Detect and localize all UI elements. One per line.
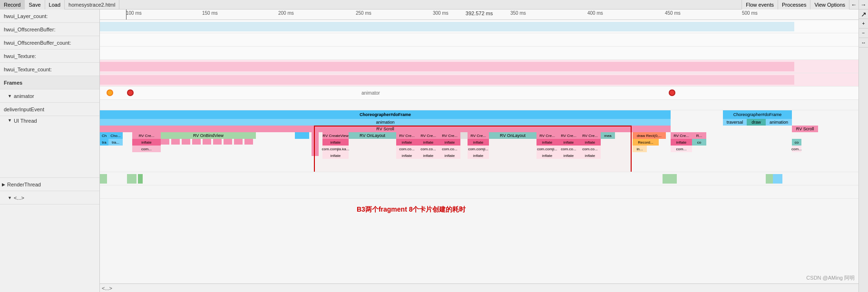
bar-com-2[interactable]: com.co...	[396, 146, 418, 152]
bar-inflate-8b[interactable]: inflate	[579, 152, 601, 159]
bar-com-far-right[interactable]: com...	[792, 146, 801, 152]
traversal-right-label: traversal	[727, 120, 743, 125]
left-row-render-thread[interactable]: ▶ RenderThread	[0, 178, 99, 191]
bar-rv-create-6[interactable]: RV Cre...	[536, 132, 558, 139]
rv-scroll-right-label: RV Scroll	[796, 127, 814, 131]
bar-inflate-1b[interactable]: inflate	[322, 152, 349, 159]
bar-rv-onlayout-2[interactable]: RV OnLayout	[489, 132, 536, 139]
bar-draw-right[interactable]: draw	[747, 119, 766, 126]
bar-rv-onlayout-1[interactable]: RV OnLayout	[349, 132, 396, 139]
view-options-button[interactable]: View Options	[810, 0, 849, 10]
save-button[interactable]: Save	[25, 0, 45, 10]
annotation-text: B3两个fragment 8个卡片创建的耗时	[357, 205, 466, 214]
bar-com-4[interactable]: com.co...	[439, 146, 460, 152]
animator-label: animator	[14, 93, 34, 99]
left-row-deliver-input: deliverInputEvent	[0, 103, 99, 116]
record-button[interactable]: Record	[0, 0, 25, 10]
bar-inflate-far[interactable]: inflate	[671, 139, 692, 146]
bar-inflate-5b[interactable]: inflate	[468, 152, 489, 159]
load-button[interactable]: Load	[45, 0, 65, 10]
bar-inflate-1[interactable]: inflate	[322, 139, 349, 146]
ruler-tick-300: 300 ms	[433, 10, 449, 16]
bar-com-6[interactable]: com.comji...	[536, 146, 558, 152]
bar-com-far[interactable]: com...	[671, 146, 692, 152]
bar-tra-small[interactable]: tra	[100, 139, 108, 146]
dots-expand-icon[interactable]: ▼	[8, 195, 12, 200]
track-frames: animator	[100, 87, 858, 100]
bar-inflate-2b[interactable]: inflate	[396, 152, 418, 159]
bar-rv-create-3[interactable]: RV Cre...	[418, 132, 439, 139]
left-row-ui-thread[interactable]: ▼ UI Thread	[0, 116, 99, 178]
render-thread-expand-icon[interactable]: ▶	[2, 182, 5, 187]
bar-in[interactable]: in...	[633, 146, 647, 152]
bar-inflate-4[interactable]: inflate	[439, 139, 460, 146]
bar-rv-create-5[interactable]: RV Cre...	[468, 132, 489, 139]
bar-draw-rect[interactable]: draw Rect(0,...	[633, 132, 666, 139]
left-row-hwui-offscreen: hwui_OffscreenBuffer:	[0, 23, 99, 36]
nav-back-button[interactable]: ←	[849, 0, 858, 10]
bar-rv-create-8[interactable]: RV Cre...	[579, 132, 601, 139]
track-ui-thread[interactable]: Choreographer#doFrame Choreographer#doFr…	[100, 110, 858, 172]
bar-inflate-3b[interactable]: inflate	[418, 152, 439, 159]
bar-com-left[interactable]: com...	[132, 146, 161, 152]
bar-com-7[interactable]: com.co...	[558, 146, 579, 152]
frame-dot-1	[107, 89, 113, 96]
bar-rv-r[interactable]: R...	[692, 132, 706, 139]
left-row-dots[interactable]: ▼ <...>	[0, 191, 99, 204]
fit-button[interactable]: ↔	[859, 38, 868, 48]
bar-animation[interactable]: animation	[100, 119, 671, 126]
ui-thread-expand-icon[interactable]: ▼	[8, 118, 12, 123]
left-row-animator[interactable]: ▼ animator	[0, 89, 99, 103]
bar-animation-right[interactable]: animation	[766, 119, 792, 126]
cursor-icon[interactable]: ↗	[859, 10, 868, 19]
bar-com-5[interactable]: com.comji...	[468, 146, 489, 152]
bar-rv-create-left[interactable]: RV Cre...	[132, 132, 161, 139]
bar-inflate-6b[interactable]: inflate	[536, 152, 558, 159]
bar-co-right[interactable]: co	[792, 139, 801, 146]
nav-forward-button[interactable]: →	[858, 0, 868, 10]
bar-green-area	[295, 132, 309, 139]
bar-inflate-4b[interactable]: inflate	[439, 152, 460, 159]
bar-inflate-6[interactable]: inflate	[536, 139, 558, 146]
bar-com-8[interactable]: com.co...	[579, 146, 601, 152]
choreographer-label: Choreographer#doFrame	[360, 112, 411, 117]
tracks-container[interactable]: animator Choreographer#doFrame Choreogra…	[100, 20, 858, 283]
bar-inflate-3[interactable]: inflate	[418, 139, 439, 146]
bar-choreographer[interactable]: Choreographer#doFrame	[100, 110, 671, 119]
bar-rv-create-2[interactable]: RV Cre...	[396, 132, 418, 139]
ruler-tick-200: 200 ms	[278, 10, 294, 16]
bar-inflate-5[interactable]: inflate	[468, 139, 489, 146]
zoom-in-button[interactable]: +	[859, 19, 868, 29]
bar-inflate-8[interactable]: inflate	[579, 139, 601, 146]
bar-inflate-7b[interactable]: inflate	[558, 152, 579, 159]
bar-rv-create-4[interactable]: RV Cre...	[439, 132, 460, 139]
bar-record[interactable]: Record...	[633, 139, 659, 146]
bar-inflate-7[interactable]: inflate	[558, 139, 579, 146]
bar-inflate-left[interactable]: inflate	[132, 139, 161, 146]
bar-ch-small[interactable]: Ch	[100, 132, 108, 139]
bar-co[interactable]: co	[692, 139, 706, 146]
processes-button[interactable]: Processes	[778, 0, 810, 10]
bar-choreographer-right[interactable]: Choreographer#doFrame	[723, 110, 792, 119]
zoom-out-button[interactable]: −	[859, 29, 868, 38]
bar-com-1[interactable]: com.comjia.ka...	[322, 146, 349, 152]
ui-thread-label: UI Thread	[14, 118, 37, 124]
bar-tra-small2[interactable]: tra...	[108, 139, 123, 146]
ruler-tick-250: 250 ms	[356, 10, 371, 16]
frame-dot-3	[669, 89, 675, 96]
animator-expand-icon[interactable]: ▼	[8, 94, 12, 98]
hwui-offscreen-count-label: hwui_OffscreenBuffer_count:	[4, 40, 71, 46]
bar-rv-scroll-right[interactable]: RV Scroll	[792, 126, 818, 132]
bar-inflate-2[interactable]: inflate	[396, 139, 418, 146]
bar-rv-create-7[interactable]: RV Cre...	[558, 132, 579, 139]
flow-events-button[interactable]: Flow events	[741, 0, 778, 10]
bar-traversal-right[interactable]: traversal	[723, 119, 747, 126]
hwui-texture-label: hwui_Texture:	[4, 53, 36, 59]
bar-rv-create-1[interactable]: RV CreateView	[322, 132, 349, 139]
bar-rv-scroll[interactable]: RV Scroll	[100, 126, 671, 132]
bar-rv-create-far[interactable]: RV Cre...	[671, 132, 692, 139]
bar-cho-small[interactable]: Cho...	[108, 132, 123, 139]
bar-com-3[interactable]: com.co...	[418, 146, 439, 152]
bar-mea[interactable]: mea	[601, 132, 615, 139]
bar-rv-onbind[interactable]: RV OnBindView	[161, 132, 256, 139]
